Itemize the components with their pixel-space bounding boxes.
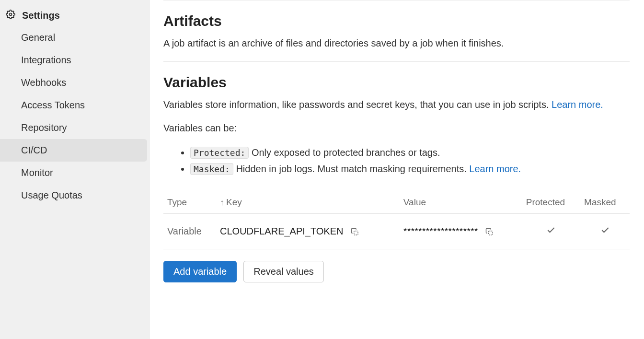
cell-protected [522,214,580,249]
cell-key: CLOUDFLARE_API_TOKEN [216,214,400,249]
svg-rect-1 [354,231,358,235]
variables-description: Variables store information, like passwo… [163,99,630,110]
divider [163,0,630,0]
cell-type: Variable [163,214,216,249]
variables-learn-more-link[interactable]: Learn more. [552,99,603,110]
col-protected[interactable]: Protected [522,191,580,214]
cell-value: ******************** [400,214,522,249]
settings-sidebar: Settings General Integrations Webhooks A… [0,0,150,339]
col-value[interactable]: Value [400,191,522,214]
artifacts-description: A job artifact is an archive of files an… [163,38,630,49]
variables-bullets: Protected: Only exposed to protected bra… [163,144,630,177]
svg-rect-2 [489,231,493,235]
add-variable-button[interactable]: Add variable [163,261,237,282]
table-row[interactable]: Variable CLOUDFLARE_API_TOKEN **********… [163,214,630,249]
main-content: Artifacts A job artifact is an archive o… [150,0,644,339]
copy-value-icon[interactable] [485,228,494,236]
variables-button-row: Add variable Reveal values [163,261,630,282]
check-icon [584,225,626,235]
variables-can-be-label: Variables can be: [163,123,630,134]
sort-asc-icon: ↑ [220,198,224,207]
divider [163,61,630,62]
check-icon [526,225,576,235]
sidebar-heading-label: Settings [22,10,60,21]
bullet-protected: Protected: Only exposed to protected bra… [190,144,630,161]
artifacts-section: Artifacts A job artifact is an archive o… [163,13,630,49]
protected-pill: Protected: [190,147,249,159]
sidebar-item-monitor[interactable]: Monitor [0,162,150,184]
col-type[interactable]: Type [163,191,216,214]
masked-pill: Masked: [190,163,233,175]
gear-icon [6,10,22,22]
variables-title: Variables [163,74,630,91]
svg-point-0 [10,13,12,16]
col-masked[interactable]: Masked [580,191,630,214]
sidebar-item-integrations[interactable]: Integrations [0,49,150,71]
cell-masked [580,214,630,249]
sidebar-item-webhooks[interactable]: Webhooks [0,71,150,94]
variables-section: Variables Variables store information, l… [163,74,630,282]
sidebar-item-access-tokens[interactable]: Access Tokens [0,94,150,117]
artifacts-title: Artifacts [163,13,630,29]
col-key[interactable]: ↑Key [216,191,400,214]
sidebar-item-usage-quotas[interactable]: Usage Quotas [0,184,150,207]
sidebar-item-repository[interactable]: Repository [0,117,150,139]
reveal-values-button[interactable]: Reveal values [243,261,324,282]
masked-learn-more-link[interactable]: Learn more. [469,164,521,174]
sidebar-heading: Settings [0,6,150,26]
bullet-masked: Masked: Hidden in job logs. Must match m… [190,161,630,177]
sidebar-item-cicd[interactable]: CI/CD [0,139,147,162]
sidebar-item-general[interactable]: General [0,26,150,49]
copy-key-icon[interactable] [351,228,359,236]
variables-table: Type ↑Key Value Protected Masked Variabl… [163,191,630,249]
